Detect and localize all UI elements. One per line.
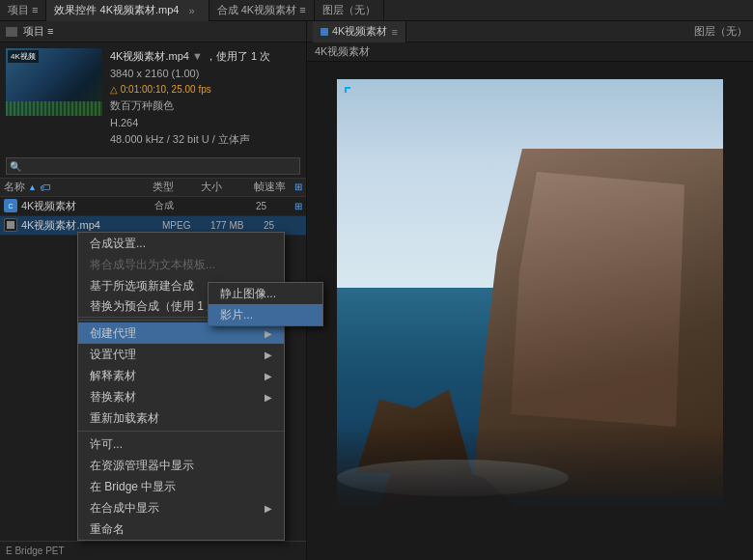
menu-item-rename[interactable]: 重命名 [78,518,284,540]
file-codec: H.264 [110,115,300,132]
th-type: 类型 [153,180,201,194]
left-panel: 项目 ≡ 4K视频 4K视频素材.mp4 ▼ ，使用了 1 次 3840 x 2… [0,21,307,560]
row-type-2: MPEG [162,220,210,231]
right-panel: 4K视频素材 ≡ 图层（无） 4K视频素材 [307,21,753,560]
compose-tab-label: 合成 4K视频素材 ≡ [217,3,306,17]
comp-icon-box: C [4,199,17,212]
top-bar: 项目 ≡ 效果控件 4K视频素材.mp4 » 合成 4K视频素材 ≡ 图层（无） [0,0,753,21]
thumbnail-overlay: 4K视频 [8,50,39,63]
mpeg-icon [4,218,17,232]
tab-map[interactable]: 图层（无） [315,0,384,21]
submenu-arrow-replace: ▶ [265,392,272,403]
left-panel-header: 项目 ≡ [0,21,306,42]
menu-item-interpret[interactable]: 解释素材 ▶ [78,365,284,386]
file-arrow: ▼ [192,50,203,62]
file-audio: 48.000 kHz / 32 bit U / 立体声 [110,131,300,149]
context-menu: 合成设置... 将合成导出为文本模板... 基于所选项新建合成 替换为预合成（使… [77,232,285,541]
comp-name-label: 4K视频素材 [315,44,370,59]
tab-compose[interactable]: 合成 4K视频素材 ≡ [209,0,315,21]
file-warning: △ 0:01:00:10, 25.00 fps [110,82,300,98]
panel-icon [6,27,17,37]
th-size: 大小 [201,180,254,194]
submenu-arrow-interpret: ▶ [265,371,272,381]
table-header: 名称 ▲ 🏷 类型 大小 帧速率 ⊞ [0,178,306,197]
left-bottom: E Bridge PET [0,541,306,560]
sort-icon: ▲ [28,182,37,192]
comp-tab-dot [321,28,328,36]
submenu-arrow-comp: ▶ [265,503,272,514]
effects-tab-label: 效果控件 4K视频素材.mp4 [54,3,179,17]
bottom-info-text: E Bridge PET [6,546,65,556]
menu-sep-2 [78,431,284,432]
submenu: 静止图像... 影片... [208,282,323,326]
rocks-bottom-layer [337,427,723,543]
row-grid-icon-1: ⊞ [294,201,302,211]
map-tab-label: 图层（无） [322,3,376,17]
selection-handle [345,87,350,93]
file-info: 4K视频素材.mp4 ▼ ，使用了 1 次 3840 x 2160 (1.00)… [110,48,300,149]
search-bar: 🔍 [0,154,306,178]
submenu-arrow-set-proxy: ▶ [265,350,272,360]
tab-project[interactable]: 项目 ≡ [0,0,46,21]
search-input[interactable] [6,157,300,175]
grid-icon[interactable]: ⊞ [294,182,302,192]
comp-tab[interactable]: 4K视频素材 ≡ [313,21,406,42]
file-colors: 数百万种颜色 [110,98,300,115]
menu-item-export-template[interactable]: 将合成导出为文本模板... [78,254,284,275]
right-header: 4K视频素材 ≡ 图层（无） [307,21,753,42]
table-row[interactable]: C 4K视频素材 合成 25 ⊞ [0,197,306,216]
th-name-label: 名称 [4,180,25,194]
row-name-1: 4K视频素材 [21,199,154,213]
composition-canvas [337,79,723,543]
submenu-arrow-proxy: ▶ [265,328,272,339]
th-tag-icon: 🏷 [40,182,50,193]
main-layout: 项目 ≡ 4K视频 4K视频素材.mp4 ▼ ，使用了 1 次 3840 x 2… [0,21,753,560]
file-resolution: 3840 x 2160 (1.00) [110,66,300,83]
menu-item-reload[interactable]: 重新加载素材 [78,407,284,429]
audio-waveform [6,101,102,116]
submenu-item-movie[interactable]: 影片... [209,304,322,325]
preview-area: 4K视频 4K视频素材.mp4 ▼ ，使用了 1 次 3840 x 2160 (… [0,42,306,154]
comp-tab-menu-icon: ≡ [391,26,397,38]
file-name: 4K视频素材.mp4 ▼ ，使用了 1 次 [110,48,300,66]
file-usage: ，使用了 1 次 [206,50,270,62]
cliff-detail-layer [511,172,684,427]
canvas-area [307,62,753,560]
menu-item-replace-footage[interactable]: 替换素材 ▶ [78,386,284,407]
menu-item-license[interactable]: 许可... [78,434,284,455]
row-type-1: 合成 [154,199,203,212]
submenu-item-still[interactable]: 静止图像... [209,283,322,304]
row-size-2: 177 MB [210,220,264,231]
mpeg-icon-box [4,218,17,232]
menu-item-show-bridge[interactable]: 在 Bridge 中显示 [78,476,284,497]
menu-item-show-in-comp[interactable]: 在合成中显示 ▶ [78,497,284,518]
composition-title-bar: 4K视频素材 [307,42,753,62]
comp-icon: C [4,199,17,212]
menu-item-show-explorer[interactable]: 在资源管理器中显示 [78,455,284,476]
row-fps-2: 25 [264,220,302,231]
search-icon: 🔍 [10,160,21,171]
tab-effects[interactable]: 效果控件 4K视频素材.mp4 » [46,0,209,21]
row-name-2: 4K视频素材.mp4 [21,218,162,233]
project-tab-label: 项目 ≡ [8,3,38,17]
tab-more-icon[interactable]: » [182,5,200,16]
row-fps-1: 25 [256,201,294,211]
th-fps: 帧速率 [254,180,293,194]
search-wrap: 🔍 [6,157,300,175]
left-header-label: 项目 ≡ [23,24,53,39]
menu-item-set-proxy[interactable]: 设置代理 ▶ [78,344,284,365]
file-thumbnail: 4K视频 [6,48,102,116]
comp-tab-label: 4K视频素材 [332,24,387,39]
menu-item-comp-settings[interactable]: 合成设置... [78,233,284,254]
th-name[interactable]: 名称 ▲ 🏷 [4,180,153,194]
landscape-image [337,79,723,543]
right-title: 图层（无） [694,24,747,39]
